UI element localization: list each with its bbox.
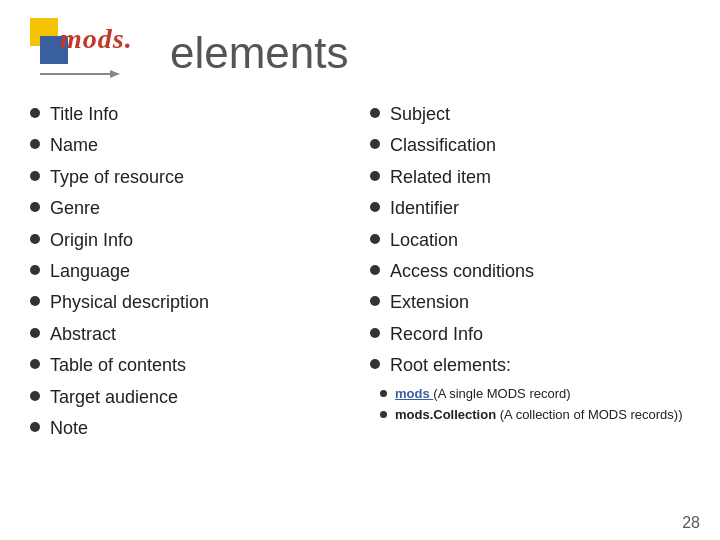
left-item-text-4: Origin Info (50, 229, 133, 252)
right-item-text-4: Location (390, 229, 458, 252)
sub-bullet-1 (380, 390, 387, 397)
svg-marker-1 (110, 70, 120, 78)
bullet-right-0 (370, 108, 380, 118)
right-list-item-7: Record Info (370, 323, 690, 346)
bullet-right-7 (370, 328, 380, 338)
right-item-text-6: Extension (390, 291, 469, 314)
logo-arrow (40, 68, 120, 80)
left-list-item-3: Genre (30, 197, 350, 220)
right-list-item-3: Identifier (370, 197, 690, 220)
left-item-text-7: Abstract (50, 323, 116, 346)
right-list: SubjectClassificationRelated itemIdentif… (370, 103, 690, 378)
bullet-right-5 (370, 265, 380, 275)
right-list-item-6: Extension (370, 291, 690, 314)
left-list-item-6: Physical description (30, 291, 350, 314)
left-list-item-7: Abstract (30, 323, 350, 346)
bullet-left-6 (30, 296, 40, 306)
page-number: 28 (682, 514, 700, 532)
bullet-right-8 (370, 359, 380, 369)
left-item-text-9: Target audience (50, 386, 178, 409)
right-list-item-2: Related item (370, 166, 690, 189)
left-item-text-6: Physical description (50, 291, 209, 314)
left-item-text-2: Type of resource (50, 166, 184, 189)
bullet-left-2 (30, 171, 40, 181)
logo-area: mods. (30, 18, 140, 88)
bullet-right-3 (370, 202, 380, 212)
left-item-text-1: Name (50, 134, 98, 157)
right-item-text-7: Record Info (390, 323, 483, 346)
sub-section: mods (A single MODS record) mods.Collect… (370, 386, 690, 425)
left-list-item-0: Title Info (30, 103, 350, 126)
mods-link[interactable]: mods (395, 386, 433, 401)
bullet-right-4 (370, 234, 380, 244)
right-item-text-1: Classification (390, 134, 496, 157)
left-list-item-5: Language (30, 260, 350, 283)
bullet-left-0 (30, 108, 40, 118)
left-column: Title InfoNameType of resourceGenreOrigi… (30, 103, 350, 448)
sub-item-1: mods (A single MODS record) (380, 386, 690, 403)
bullet-left-3 (30, 202, 40, 212)
left-list-item-9: Target audience (30, 386, 350, 409)
bullet-right-2 (370, 171, 380, 181)
logo-text: mods. (60, 23, 133, 55)
bullet-left-7 (30, 328, 40, 338)
right-list-item-0: Subject (370, 103, 690, 126)
main-content: Title InfoNameType of resourceGenreOrigi… (0, 103, 720, 448)
bullet-left-5 (30, 265, 40, 275)
sub-bullet-2 (380, 411, 387, 418)
right-column: SubjectClassificationRelated itemIdentif… (370, 103, 690, 448)
right-item-text-2: Related item (390, 166, 491, 189)
sub-item-2-text: mods.Collection (A collection of MODS re… (395, 407, 683, 424)
bullet-right-6 (370, 296, 380, 306)
right-item-text-5: Access conditions (390, 260, 534, 283)
right-item-text-8: Root elements: (390, 354, 511, 377)
left-list-item-8: Table of contents (30, 354, 350, 377)
mods-collection-text: mods.Collection (395, 407, 496, 422)
bullet-left-9 (30, 391, 40, 401)
left-item-text-10: Note (50, 417, 88, 440)
right-item-text-3: Identifier (390, 197, 459, 220)
sub-item-2: mods.Collection (A collection of MODS re… (380, 407, 690, 424)
left-list: Title InfoNameType of resourceGenreOrigi… (30, 103, 350, 440)
sub-item-1-text: mods (A single MODS record) (395, 386, 571, 403)
left-list-item-10: Note (30, 417, 350, 440)
left-item-text-5: Language (50, 260, 130, 283)
left-list-item-1: Name (30, 134, 350, 157)
left-item-text-8: Table of contents (50, 354, 186, 377)
left-item-text-0: Title Info (50, 103, 118, 126)
bullet-left-10 (30, 422, 40, 432)
right-item-text-0: Subject (390, 103, 450, 126)
header: mods. elements (0, 0, 720, 98)
page-title: elements (170, 28, 349, 78)
bullet-left-8 (30, 359, 40, 369)
bullet-right-1 (370, 139, 380, 149)
left-item-text-3: Genre (50, 197, 100, 220)
bullet-left-1 (30, 139, 40, 149)
right-list-item-1: Classification (370, 134, 690, 157)
left-list-item-2: Type of resource (30, 166, 350, 189)
right-list-item-5: Access conditions (370, 260, 690, 283)
left-list-item-4: Origin Info (30, 229, 350, 252)
right-list-item-4: Location (370, 229, 690, 252)
bullet-left-4 (30, 234, 40, 244)
right-list-item-8: Root elements: (370, 354, 690, 377)
